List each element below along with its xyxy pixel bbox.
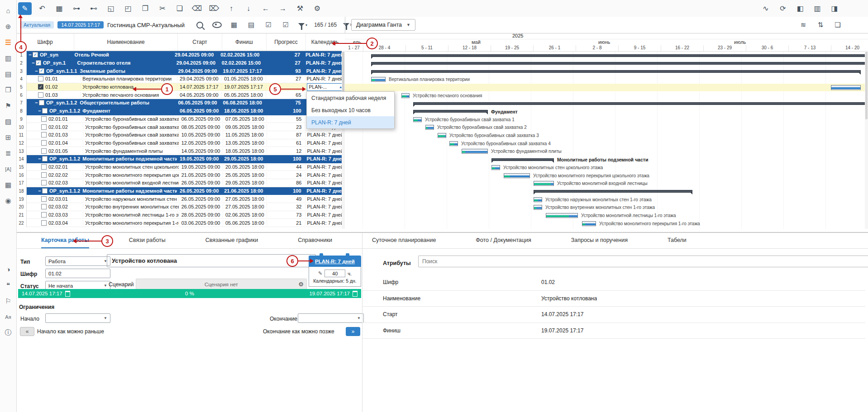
row-checkbox[interactable] — [41, 196, 47, 202]
layout-split-button[interactable]: ▥ — [811, 2, 824, 15]
gantt-scrollbar[interactable] — [865, 51, 868, 229]
sidebar-item-calendar[interactable]: ▦ — [2, 179, 14, 191]
row-checkbox[interactable] — [39, 100, 44, 105]
table-row[interactable]: 1502.02.01Устройство монолитных стен цок… — [16, 163, 345, 171]
sidebar-item-schedule[interactable]: ☰ — [2, 37, 14, 48]
layout-left-button[interactable]: ◧ — [793, 2, 807, 15]
sidebar-item-globe[interactable]: ⊕ — [2, 21, 14, 33]
row-checkbox[interactable] — [38, 76, 43, 81]
row-checkbox[interactable] — [41, 220, 47, 226]
table-row[interactable]: 902.01.01Устройство буронабивных свай за… — [16, 115, 345, 123]
gantt-summary-bar[interactable] — [413, 110, 488, 113]
constraint-start-select[interactable]: ▼ — [45, 313, 110, 323]
gantt-task-bar[interactable] — [534, 205, 542, 210]
cut-button[interactable]: ✂ — [156, 2, 169, 15]
paste-button[interactable]: ❏ — [173, 2, 186, 15]
gantt-task-bar[interactable] — [371, 77, 386, 82]
column-header-progress[interactable]: Прогресс — [267, 33, 306, 51]
row-checkbox[interactable]: ✓ — [36, 60, 41, 66]
view-selector[interactable]: Диаграмма Ганта ▼ — [351, 19, 415, 31]
move-down-button[interactable]: ↓ — [242, 2, 255, 15]
table-row[interactable]: 1202.01.04Устройство буронабивных свай з… — [16, 139, 345, 147]
calendar-link[interactable]: PLAN-R: 7 дней — [309, 256, 361, 267]
table-row[interactable]: 1−✓OP_synОтель Речной29.04.2025 09:0002.… — [16, 51, 345, 59]
table-row[interactable]: 18−OP_syn.1.1.2.3Монолитные работы надзе… — [16, 187, 345, 195]
column-header-finish[interactable]: Финиш — [222, 33, 267, 51]
finish-date[interactable]: 19.07.2025 17:17 — [309, 291, 350, 296]
gantt-summary-bar[interactable] — [491, 158, 554, 161]
table-row[interactable]: 1902.03.01Устройство наружных монолитных… — [16, 195, 345, 203]
collapse-toggle[interactable]: − — [34, 68, 38, 74]
gantt-summary-bar[interactable] — [371, 62, 868, 65]
row-checkbox[interactable] — [41, 148, 47, 154]
gantt-body[interactable]: Вертикальная планировка территорииУстрой… — [345, 52, 868, 229]
row-checkbox[interactable]: ✓ — [38, 84, 43, 90]
search-button[interactable] — [194, 19, 205, 31]
edit-table-button[interactable]: ▤ — [245, 19, 257, 31]
table-row[interactable]: 2202.03.04Устройство монолитного перекры… — [16, 219, 345, 227]
row-checkbox[interactable]: ✓ — [33, 52, 38, 57]
layout-right-button[interactable]: ◨ — [828, 2, 841, 15]
column-header-calendar[interactable]: Календарь — [306, 33, 344, 51]
collapse-toggle[interactable]: − — [31, 60, 35, 66]
calendar-option[interactable]: PLAN-R: 7 дней — [307, 116, 394, 128]
sidebar-item-notifications[interactable]: ⚐ — [2, 295, 14, 307]
constraint-next-button[interactable]: » — [346, 327, 360, 336]
settings-button[interactable]: ⚙ — [310, 2, 324, 15]
table-row[interactable]: 3−✓OP_syn.1.1.1Земляные работы29.04.2025… — [16, 67, 345, 75]
copy-button[interactable]: ❐ — [138, 2, 152, 15]
table-row[interactable]: 5✓01.02Устройство котлована14.07.2025 17… — [16, 83, 345, 91]
gantt-summary-bar[interactable] — [413, 102, 868, 105]
tab-связанные-графики[interactable]: Связанные графики — [205, 233, 258, 248]
column-header-name[interactable]: Наименование — [74, 33, 178, 51]
type-select[interactable]: Работа▼ — [45, 256, 110, 266]
collapse-toggle[interactable]: − — [38, 108, 42, 114]
gantt-task-bar[interactable] — [449, 141, 458, 146]
gantt-task-bar[interactable] — [491, 165, 500, 170]
calculate-button[interactable]: ▦ — [52, 2, 66, 15]
calendar-option[interactable]: Без выходных 10 часов — [307, 104, 394, 116]
table-row[interactable]: 14−OP_syn.1.1.2.2Монолитные работы подзе… — [16, 155, 345, 163]
calendar-icon[interactable] — [353, 291, 358, 297]
sidebar-item-theme[interactable]: ◑ — [2, 264, 14, 275]
move-up-button[interactable]: ↑ — [224, 2, 238, 15]
table-row[interactable]: 2002.03.02Устройство внутренних монолитн… — [16, 203, 345, 211]
calendar-select[interactable]: PLAN-...▲ — [307, 83, 342, 91]
sidebar-item-info[interactable]: ⓘ — [2, 327, 14, 339]
tools-button[interactable]: ⚒ — [293, 2, 307, 15]
insert-row-above-button[interactable]: ◱ — [104, 2, 118, 15]
start-date[interactable]: 14.07.2025 17:17 — [22, 291, 62, 296]
row-checkbox[interactable] — [41, 132, 47, 137]
attributes-search-input[interactable] — [418, 256, 868, 267]
row-checkbox[interactable] — [41, 124, 47, 130]
collapse-toggle[interactable]: − — [38, 156, 42, 161]
row-checkbox[interactable] — [41, 116, 47, 122]
export-button[interactable]: ❏ — [832, 19, 844, 31]
work-name-input[interactable]: Устройство котлована — [107, 254, 316, 267]
table-row[interactable]: 401.01Вертикальная планировка территории… — [16, 75, 345, 83]
table-row[interactable]: 1302.01.05Устройство фундаментной плиты1… — [16, 147, 345, 155]
calendar-option[interactable]: Стандартная рабочая неделя — [307, 92, 394, 104]
sidebar-item-home[interactable]: ⌂ — [2, 5, 14, 17]
sidebar-item-visibility[interactable]: ◉ — [2, 195, 14, 207]
table-row[interactable]: 2102.03.03Устройство монолитной лестницы… — [16, 211, 345, 219]
move-left-button[interactable]: ← — [259, 2, 272, 15]
table-row[interactable]: 1002.01.02Устройство буронабивных свай з… — [16, 123, 345, 131]
row-checkbox[interactable] — [42, 108, 48, 114]
scenario-field[interactable]: Сценария нет ⚙ — [136, 279, 307, 290]
row-checkbox[interactable] — [42, 156, 48, 161]
gantt-task-bar[interactable] — [462, 149, 488, 154]
progress-line-button[interactable]: ∿ — [759, 2, 773, 15]
constraint-prev-button[interactable]: « — [20, 327, 34, 336]
clear-button[interactable]: ⌫ — [190, 2, 204, 15]
table-row[interactable]: 7−OP_syn.1.1.2Общестроительные работы06.… — [16, 99, 345, 107]
column-header-start[interactable]: Старт — [178, 33, 222, 51]
row-checkbox[interactable] — [41, 164, 47, 170]
row-checkbox[interactable] — [41, 140, 47, 146]
sidebar-item-comments[interactable]: ❝ — [2, 279, 14, 291]
sidebar-item-materials[interactable]: ▨ — [2, 116, 14, 128]
tab-справочники[interactable]: Справочники — [298, 233, 332, 248]
row-checkbox[interactable] — [41, 180, 47, 185]
undo-button[interactable]: ↶ — [35, 2, 49, 15]
sidebar-item-chart[interactable]: ▤ — [2, 68, 14, 80]
